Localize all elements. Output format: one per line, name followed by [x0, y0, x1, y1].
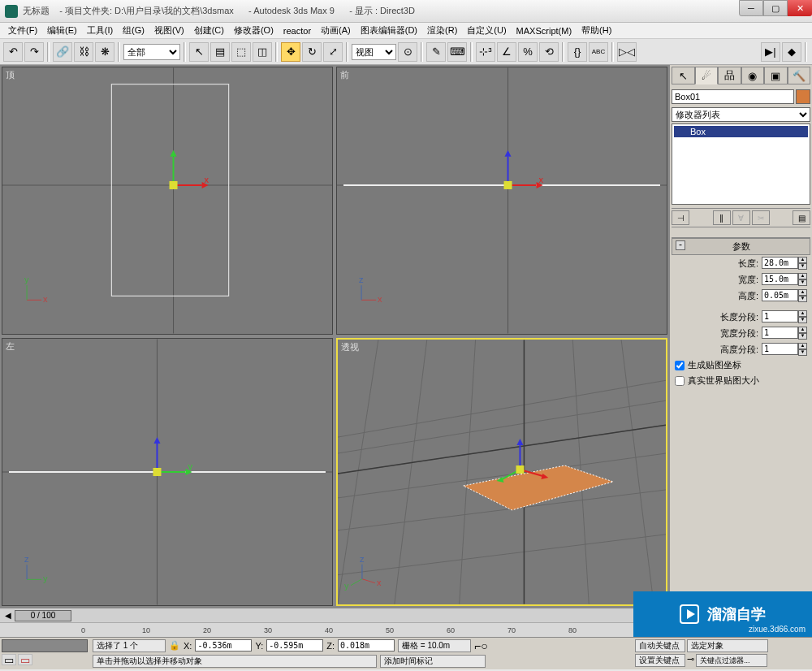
- ref-coord-system[interactable]: 视图: [352, 44, 396, 60]
- align-button[interactable]: ▶|: [761, 42, 780, 62]
- svg-text:y: y: [43, 574, 48, 583]
- y-coord-input[interactable]: [266, 639, 323, 652]
- maximize-button[interactable]: ▢: [763, 0, 788, 16]
- menu-views[interactable]: 视图(V): [149, 23, 189, 38]
- tab-motion[interactable]: ◉: [741, 67, 765, 84]
- named-selection-button[interactable]: {}: [568, 42, 587, 62]
- menu-graph[interactable]: 图表编辑器(D): [356, 23, 422, 38]
- menu-file[interactable]: 文件(F): [3, 23, 42, 38]
- key-mode-icon[interactable]: ⊸: [687, 654, 694, 667]
- svg-rect-34: [153, 468, 161, 476]
- scale-button[interactable]: ⤢: [323, 42, 343, 62]
- viewport-left[interactable]: 左 y y z: [2, 338, 333, 606]
- script-error-button[interactable]: ▭: [18, 654, 32, 665]
- close-button[interactable]: ✕: [788, 0, 812, 16]
- menu-help[interactable]: 帮助(H): [577, 23, 616, 38]
- object-name-input[interactable]: [672, 89, 794, 104]
- make-unique-button[interactable]: ∀: [732, 210, 750, 225]
- selection-filter[interactable]: 全部: [123, 44, 180, 60]
- menu-maxscript[interactable]: MAXScript(M): [512, 24, 577, 37]
- real-world-checkbox[interactable]: [675, 376, 685, 386]
- tab-utilities[interactable]: 🔨: [788, 67, 811, 84]
- bind-button[interactable]: ❋: [95, 42, 114, 62]
- mirror-button[interactable]: ▷◁: [617, 42, 637, 62]
- tab-create[interactable]: ↖: [672, 67, 695, 84]
- label-height: 高度:: [738, 290, 758, 302]
- gen-mapping-checkbox[interactable]: [675, 361, 685, 370]
- z-coord-input[interactable]: [338, 639, 395, 652]
- snap-toggle-button[interactable]: ⊹³: [476, 42, 495, 62]
- configure-sets-button[interactable]: ▤: [793, 210, 810, 225]
- hsegs-input[interactable]: [762, 343, 798, 355]
- play-icon: [680, 604, 699, 624]
- time-slider[interactable]: 0 / 100: [15, 610, 71, 621]
- rollout-parameters[interactable]: 参数: [672, 238, 810, 255]
- modifier-stack[interactable]: Box: [672, 123, 810, 205]
- svg-line-44: [338, 535, 666, 575]
- viewport-top[interactable]: 顶 x x y: [2, 67, 333, 335]
- undo-button[interactable]: ↶: [3, 42, 23, 62]
- label-length: 长度:: [738, 258, 758, 270]
- length-input[interactable]: [762, 257, 798, 269]
- selected-object-mode[interactable]: 选定对象: [687, 639, 768, 652]
- svg-rect-21: [504, 181, 512, 189]
- mini-viewport[interactable]: [2, 639, 88, 652]
- layers-button[interactable]: ◆: [782, 42, 801, 62]
- script-listener-button[interactable]: ▭: [2, 654, 16, 665]
- minimize-button[interactable]: ─: [739, 0, 763, 16]
- viewport-front[interactable]: 前 x x z: [336, 67, 667, 335]
- redo-button[interactable]: ↷: [24, 42, 44, 62]
- spin-up[interactable]: ▲: [798, 257, 807, 263]
- abc-button[interactable]: ABC: [589, 42, 608, 62]
- menu-edit[interactable]: 编辑(E): [42, 23, 82, 38]
- spinner-snap-button[interactable]: ⟲: [539, 42, 559, 62]
- menu-modifiers[interactable]: 修改器(O): [229, 23, 279, 38]
- viewport-perspective[interactable]: 透视: [336, 338, 667, 606]
- select-manipulate-button[interactable]: ✎: [426, 42, 446, 62]
- grid-size: 栅格 = 10.0m: [398, 639, 471, 652]
- select-region-button[interactable]: ⬚: [231, 42, 251, 62]
- link-button[interactable]: 🔗: [53, 42, 72, 62]
- lsegs-input[interactable]: [762, 310, 798, 323]
- key-filters-button[interactable]: 关键点过滤器...: [696, 654, 767, 667]
- tab-modify[interactable]: ☄: [695, 67, 719, 84]
- keyboard-shortcut-button[interactable]: ⌨: [447, 42, 467, 62]
- x-coord-input[interactable]: [195, 639, 252, 652]
- label-wsegs: 宽度分段:: [720, 327, 758, 340]
- wsegs-input[interactable]: [762, 327, 798, 339]
- lock-icon[interactable]: 🔒: [169, 640, 180, 651]
- width-input[interactable]: [762, 273, 798, 285]
- height-input[interactable]: [762, 289, 798, 301]
- move-button[interactable]: ✥: [281, 42, 300, 62]
- menu-create[interactable]: 创建(C): [189, 23, 229, 38]
- menu-tools[interactable]: 工具(I): [82, 23, 118, 38]
- tab-hierarchy[interactable]: 品: [718, 67, 741, 84]
- stack-item-box[interactable]: Box: [674, 126, 808, 137]
- window-crossing-button[interactable]: ◫: [253, 42, 272, 62]
- pivot-button[interactable]: ⊙: [398, 42, 417, 62]
- object-color-swatch[interactable]: [796, 89, 810, 104]
- tab-display[interactable]: ▣: [764, 67, 788, 84]
- pin-stack-button[interactable]: ⊣: [672, 210, 689, 225]
- show-end-result-button[interactable]: ‖: [713, 210, 731, 225]
- menu-reactor[interactable]: reactor: [279, 24, 316, 37]
- menu-render[interactable]: 渲染(R): [422, 23, 462, 38]
- unlink-button[interactable]: ⛓: [74, 42, 93, 62]
- x-label: X:: [184, 641, 192, 651]
- svg-text:y: y: [188, 461, 193, 471]
- percent-snap-button[interactable]: %: [518, 42, 538, 62]
- auto-key-button[interactable]: 自动关键点: [635, 639, 685, 652]
- rotate-button[interactable]: ↻: [302, 42, 322, 62]
- menu-group[interactable]: 组(G): [118, 23, 149, 38]
- spin-down[interactable]: ▼: [798, 263, 807, 270]
- menu-customize[interactable]: 自定义(U): [462, 23, 511, 38]
- set-key-button[interactable]: 设置关键点: [635, 654, 685, 667]
- remove-modifier-button[interactable]: ✂: [752, 210, 770, 225]
- angle-snap-button[interactable]: ∠: [497, 42, 516, 62]
- select-button[interactable]: ↖: [189, 42, 209, 62]
- modifier-list-dropdown[interactable]: 修改器列表: [672, 107, 810, 122]
- add-time-tag[interactable]: 添加时间标记: [380, 655, 486, 668]
- menu-animation[interactable]: 动画(A): [316, 23, 356, 38]
- select-name-button[interactable]: ▤: [210, 42, 230, 62]
- svg-text:x: x: [377, 578, 382, 587]
